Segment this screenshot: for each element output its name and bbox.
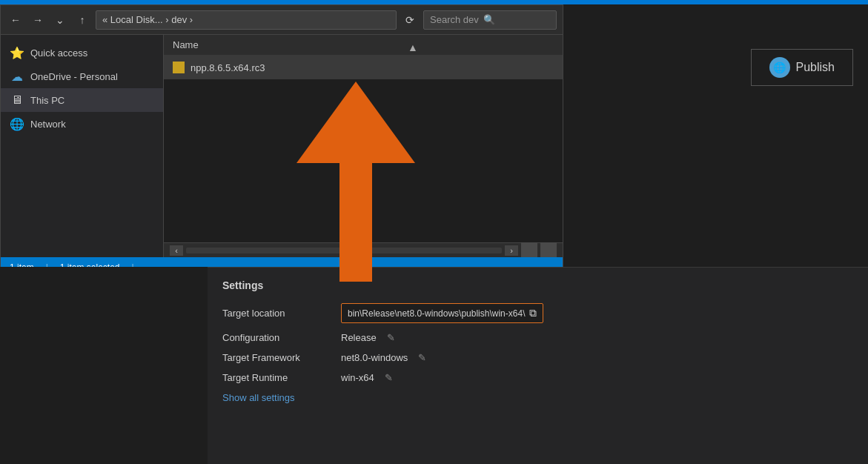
target-location-value[interactable]: bin\Release\net8.0-windows\publish\win-x… (341, 303, 543, 323)
target-runtime-label: Target Runtime (222, 372, 341, 383)
configuration-value: Release ✎ (341, 332, 395, 343)
show-all-settings-link[interactable]: Show all settings (222, 392, 295, 403)
scroll-track (186, 248, 502, 253)
publish-icon: 🌐 (769, 57, 790, 78)
view-toggle-button-2[interactable] (540, 242, 557, 258)
sidebar-item-onedrive[interactable]: ☁ OneDrive - Personal (1, 64, 163, 88)
address-path[interactable]: « Local Disk... › dev › (96, 10, 397, 30)
horizontal-scrollbar[interactable]: ‹ › (164, 242, 563, 257)
settings-left-bg (0, 267, 208, 464)
explorer-body: ⭐ Quick access ☁ OneDrive - Personal 🖥 T… (1, 35, 563, 257)
file-folder-icon (173, 62, 185, 73)
settings-row-target-location: Target location bin\Release\net8.0-windo… (222, 303, 853, 323)
forward-button[interactable]: → (29, 11, 47, 29)
configuration-edit-icon[interactable]: ✎ (387, 332, 395, 343)
target-framework-edit-icon[interactable]: ✎ (418, 352, 426, 363)
refresh-button[interactable]: ⟳ (401, 11, 419, 29)
file-explorer-window: ← → ⌄ ↑ « Local Disk... › dev › ⟳ Search… (0, 4, 563, 279)
collapse-chevron[interactable]: ▲ (408, 42, 418, 53)
scroll-left-button[interactable]: ‹ (170, 245, 183, 256)
sidebar-item-this-pc[interactable]: 🖥 This PC (1, 88, 163, 112)
settings-panel: Settings Target location bin\Release\net… (208, 267, 868, 464)
target-runtime-value: win-x64 ✎ (341, 372, 393, 383)
target-framework-label: Target Framework (222, 352, 341, 363)
settings-row-show-all: Show all settings (222, 392, 853, 403)
column-name-header: Name (173, 39, 199, 50)
network-icon: 🌐 (10, 116, 24, 131)
scroll-right-button[interactable]: › (505, 245, 518, 256)
settings-row-configuration: Configuration Release ✎ (222, 332, 853, 343)
search-placeholder-text: Search dev (430, 14, 479, 25)
sidebar-item-quick-access[interactable]: ⭐ Quick access (1, 41, 163, 64)
settings-row-target-runtime: Target Runtime win-x64 ✎ (222, 372, 853, 383)
settings-row-target-framework: Target Framework net8.0-windows ✎ (222, 352, 853, 363)
file-name: npp.8.6.5.x64.rc3 (191, 62, 265, 73)
configuration-text: Release (341, 332, 377, 343)
sidebar: ⭐ Quick access ☁ OneDrive - Personal 🖥 T… (1, 35, 164, 257)
target-location-text: bin\Release\net8.0-windows\publish\win-x… (348, 308, 525, 319)
target-location-label: Target location (222, 308, 341, 319)
publish-area: 🌐 Publish (751, 49, 853, 86)
file-list-header: Name (164, 35, 563, 56)
sidebar-item-label: OneDrive - Personal (30, 71, 118, 82)
star-icon: ⭐ (10, 45, 24, 60)
target-runtime-edit-icon[interactable]: ✎ (385, 372, 393, 383)
sidebar-item-label: This PC (30, 95, 64, 106)
sidebar-item-network[interactable]: 🌐 Network (1, 112, 163, 136)
recent-button[interactable]: ⌄ (51, 11, 69, 29)
target-framework-value: net8.0-windows ✎ (341, 352, 426, 363)
address-bar: ← → ⌄ ↑ « Local Disk... › dev › ⟳ Search… (1, 5, 563, 35)
table-row[interactable]: npp.8.6.5.x64.rc3 (164, 56, 563, 79)
target-runtime-text: win-x64 (341, 372, 374, 383)
cloud-icon: ☁ (10, 69, 24, 84)
publish-button-label: Publish (796, 61, 835, 74)
sidebar-item-label: Network (30, 119, 66, 130)
configuration-label: Configuration (222, 332, 341, 343)
sidebar-item-label: Quick access (30, 47, 87, 59)
search-icon: 🔍 (483, 14, 495, 25)
search-box[interactable]: Search dev 🔍 (423, 10, 557, 30)
back-button[interactable]: ← (7, 11, 24, 29)
target-framework-text: net8.0-windows (341, 352, 408, 363)
publish-button[interactable]: 🌐 Publish (751, 49, 853, 86)
view-toggle-button-1[interactable] (521, 242, 537, 258)
settings-title: Settings (222, 279, 853, 291)
copy-icon[interactable]: ⧉ (529, 307, 537, 319)
up-button[interactable]: ↑ (73, 11, 91, 29)
pc-icon: 🖥 (10, 93, 24, 107)
file-list: Name npp.8.6.5.x64.rc3 ‹ › (164, 35, 563, 257)
